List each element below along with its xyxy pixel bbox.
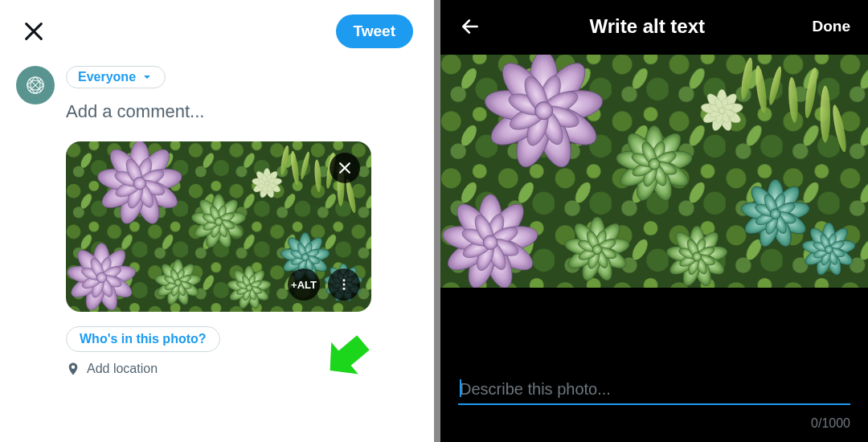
- page-title: Write alt text: [589, 15, 705, 38]
- add-location-button[interactable]: Add location: [66, 362, 413, 376]
- more-vertical-icon: [337, 277, 351, 292]
- avatar[interactable]: [16, 66, 55, 104]
- arrow-left-icon: [460, 16, 481, 37]
- alt-text-input-wrap: [458, 375, 850, 405]
- back-button[interactable]: [458, 14, 482, 39]
- alt-header: Write alt text Done: [440, 0, 868, 50]
- close-icon: [23, 20, 45, 43]
- tag-people-button[interactable]: Who's in this photo?: [66, 326, 220, 352]
- compose-header: Tweet: [0, 0, 434, 58]
- chevron-down-icon: [141, 71, 154, 84]
- pane-divider: [434, 0, 440, 442]
- location-pin-icon: [66, 362, 80, 376]
- alt-photo-preview: [440, 55, 868, 288]
- photo-more-button[interactable]: [328, 268, 360, 301]
- add-location-label: Add location: [87, 362, 158, 376]
- close-button[interactable]: [21, 18, 47, 44]
- compose-tweet-pane: Tweet Everyone Ad: [0, 0, 434, 442]
- svg-point-34: [343, 279, 346, 281]
- compose-input[interactable]: Add a comment...: [66, 101, 413, 122]
- alt-text-input[interactable]: [458, 375, 850, 405]
- text-cursor: [460, 379, 461, 397]
- attached-photo[interactable]: +ALT: [66, 141, 371, 312]
- character-counter: 0/1000: [811, 416, 850, 431]
- tweet-button[interactable]: Tweet: [336, 14, 413, 48]
- add-alt-text-button[interactable]: +ALT: [288, 268, 320, 301]
- avatar-icon: [22, 72, 49, 99]
- remove-photo-button[interactable]: [330, 153, 360, 183]
- audience-label: Everyone: [78, 70, 136, 84]
- audience-selector[interactable]: Everyone: [66, 66, 166, 88]
- alt-text-pane: Write alt text Done 0/1000: [440, 0, 868, 442]
- done-button[interactable]: Done: [813, 18, 851, 35]
- svg-point-35: [343, 284, 346, 286]
- close-icon: [337, 160, 353, 176]
- svg-point-36: [343, 288, 346, 290]
